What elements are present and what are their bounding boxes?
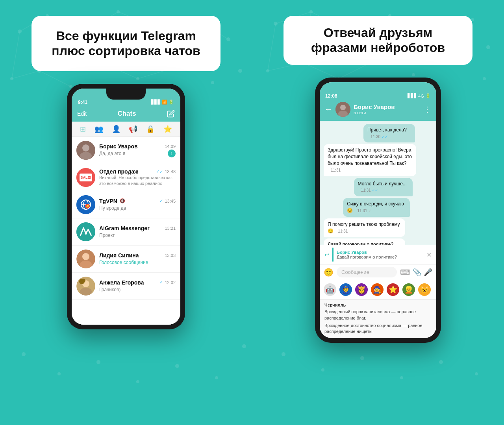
edit-button[interactable]: Edit: [77, 111, 87, 117]
right-time: 12:08: [325, 93, 337, 99]
right-network: 4G: [418, 94, 424, 98]
svg-point-67: [412, 73, 415, 76]
attach-icon[interactable]: 📎: [413, 268, 421, 277]
wifi-icon: 📶: [162, 100, 167, 105]
svg-point-14: [238, 69, 242, 73]
bot-wizard[interactable]: 🧙: [371, 283, 384, 296]
back-button[interactable]: ←: [324, 105, 332, 114]
message-placeholder: Сообщение: [341, 269, 369, 275]
right-battery: 🔋: [425, 93, 431, 98]
chat-item-lidia[interactable]: Лидия Силина 13:03 Голосовое сообщение: [72, 246, 180, 273]
chat-avatar-aigram: [76, 222, 95, 241]
filter-groups[interactable]: 👥: [94, 125, 103, 133]
compose-icon[interactable]: [167, 110, 175, 118]
filter-channels[interactable]: 📢: [129, 125, 137, 133]
more-options-button[interactable]: ⋮: [423, 105, 432, 114]
chat-time-vpn: 13:45: [165, 199, 176, 203]
svg-text:🔑: 🔑: [85, 204, 89, 208]
reply-content: Борис Уваров Давай поговорим о политике?: [337, 250, 423, 259]
chat-check-angela: ✓: [159, 280, 163, 285]
message-input[interactable]: Сообщение: [337, 267, 397, 277]
chat-item-aigram[interactable]: AiGram Messenger 13:21 Проект: [72, 218, 180, 246]
chat-content-vpn: TgVPN 🔇 ✓ 13:45 Ну вроде да: [99, 198, 176, 211]
chats-title: Chats: [117, 110, 136, 118]
reply-close-button[interactable]: ✕: [426, 251, 432, 259]
chat-item-vpn[interactable]: 🔑 TgVPN 🔇 ✓ 13:45: [72, 191, 180, 218]
left-feature-card: Все функции Telegram плюс сортировка чат…: [32, 16, 220, 71]
filter-personal[interactable]: 👤: [112, 125, 120, 133]
filter-starred[interactable]: ⭐: [163, 125, 172, 133]
filter-bots[interactable]: 🔒: [146, 125, 155, 133]
chat-content-aigram: AiGram Messenger 13:21 Проект: [99, 225, 176, 238]
chat-content-boris: Борис Уваров 14:09 Да, да это я 1: [99, 143, 176, 157]
svg-point-36: [80, 152, 92, 160]
forward-icon: ↩: [324, 251, 329, 258]
right-signal: ▋▋▋: [408, 93, 417, 98]
chat-preview-vpn: Ну вроде да: [99, 205, 126, 211]
svg-point-73: [400, 376, 403, 379]
left-feature-title: Все функции Telegram плюс сортировка чат…: [50, 28, 202, 59]
msg-2: Здравствуй! Просто прекрасно! Вчера был …: [324, 144, 416, 176]
svg-point-63: [266, 69, 269, 72]
svg-point-57: [309, 10, 313, 13]
bot-settings-icon[interactable]: 🤖: [324, 283, 336, 296]
contact-status: в сети: [354, 110, 420, 115]
input-actions: ⌨ 📎 🎤: [400, 268, 432, 277]
left-time: 9:41: [78, 100, 87, 105]
chat-list: Борис Уваров 14:09 Да, да это я 1: [72, 137, 180, 325]
svg-line-28: [12, 71, 39, 79]
reply-line: [332, 248, 334, 262]
chat-name-sales: Отдел продаж: [99, 168, 138, 175]
churchill-quote2: Врожденное достоинство социализма — равн…: [324, 323, 432, 335]
svg-point-17: [96, 360, 100, 364]
left-app-header: Edit Chats: [72, 107, 180, 122]
bot-star[interactable]: ⭐: [387, 283, 399, 296]
msg-1: Привет, как дела? 11:30 ✓✓: [363, 124, 415, 143]
keyboard-icon[interactable]: ⌨: [400, 268, 410, 277]
svg-point-16: [57, 372, 61, 375]
bot-cat[interactable]: 😺: [418, 283, 431, 296]
right-panel: Отвечай друзьям фразами нейроботов 12:08…: [252, 0, 504, 425]
chat-time-sales: 13:48: [165, 169, 176, 174]
svg-point-55: [82, 279, 85, 283]
svg-point-74: [439, 360, 443, 364]
chat-time-aigram: 13:21: [165, 226, 176, 231]
svg-point-70: [282, 352, 285, 356]
filter-tabs: ⊞ 👥 👤 📢 🔒 ⭐: [72, 122, 180, 137]
svg-point-35: [82, 144, 89, 152]
msg-3: Могло быть и лучше... 11:31 ✓✓: [354, 178, 413, 197]
filter-all[interactable]: ⊞: [80, 125, 86, 133]
svg-point-21: [242, 344, 246, 348]
right-feature-title: Отвечай друзьям фразами нейроботов: [302, 25, 454, 55]
contact-header-row: ← Борис Уваров в сети: [324, 102, 432, 117]
bot-princess[interactable]: 👸: [355, 283, 368, 296]
churchill-quote1: Врожденный порок капитализма — неравное …: [324, 309, 432, 321]
left-panel: Все функции Telegram плюс сортировка чат…: [0, 0, 252, 425]
contact-name: Борис Уваров: [354, 103, 420, 110]
input-area: 🙂 Сообщение ⌨ 📎 🎤: [320, 264, 436, 280]
mic-icon[interactable]: 🎤: [424, 268, 432, 277]
bot-person[interactable]: 👱: [402, 283, 415, 296]
chat-content-angela: Анжела Егорова ✓ 12:02 Грачиков): [99, 279, 176, 293]
svg-line-84: [268, 24, 276, 71]
chat-item-sales[interactable]: SALE! Отдел продаж ✓✓ 13:48 В: [72, 164, 180, 191]
svg-point-88: [338, 111, 348, 117]
left-status-icons: ▋▋▋ 📶 🔋: [151, 100, 174, 105]
left-phone: 9:41 ▋▋▋ 📶 🔋 Edit Chats: [67, 84, 185, 329]
churchill-section: Черчилль Врожденный порок капитализма — …: [320, 299, 436, 338]
chat-check-sales: ✓✓: [156, 169, 163, 174]
svg-point-20: [215, 376, 218, 379]
churchill-name: Черчилль: [324, 303, 432, 307]
bot-policeman[interactable]: 👮: [339, 283, 352, 296]
svg-point-71: [321, 368, 324, 371]
svg-text:SALE!: SALE!: [81, 176, 91, 179]
msg-6: Давай поговорим о политике? 11:31: [324, 238, 405, 245]
svg-line-82: [303, 63, 339, 79]
chat-avatar-vpn: 🔑: [76, 195, 95, 214]
emoji-button[interactable]: 🙂: [324, 268, 334, 277]
svg-point-18: [136, 380, 139, 383]
chat-item-angela[interactable]: Анжела Егорова ✓ 12:02 Грачиков): [72, 273, 180, 300]
chat-name-aigram: AiGram Messenger: [99, 225, 150, 231]
reply-text: Давай поговорим о политике?: [337, 255, 423, 259]
chat-item-boris[interactable]: Борис Уваров 14:09 Да, да это я 1: [72, 137, 180, 164]
